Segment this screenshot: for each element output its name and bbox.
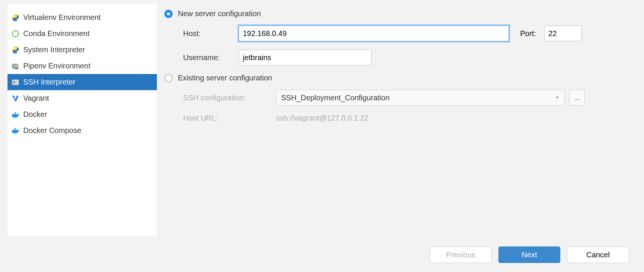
sidebar-item-label: Vagrant — [23, 94, 49, 103]
host-row: Host: Port: — [164, 26, 629, 41]
host-url-label: Host URL: — [183, 114, 276, 122]
ssh-config-dropdown[interactable]: SSH_Deployment_Configuration ▼ — [276, 90, 564, 106]
radio-existing-server[interactable] — [164, 74, 173, 82]
host-input[interactable] — [239, 26, 509, 41]
sidebar-item-vagrant[interactable]: Vagrant — [8, 90, 157, 106]
ssh-config-value: SSH_Deployment_Configuration — [281, 94, 390, 102]
svg-rect-3 — [12, 79, 19, 85]
conda-icon — [11, 30, 20, 38]
username-row: Username: — [164, 50, 629, 65]
sidebar-item-ssh[interactable]: SSH Interpreter — [8, 74, 157, 90]
ssh-config-label: SSH configuration: — [183, 94, 276, 102]
ssh-config-row: SSH configuration: SSH_Deployment_Config… — [164, 90, 629, 106]
host-url-value: ssh://vagrant@127.0.0.1:22 — [276, 114, 369, 122]
previous-button[interactable]: Previous — [430, 246, 492, 263]
username-input[interactable] — [239, 50, 372, 65]
python-icon — [11, 14, 20, 22]
radio-new-server[interactable] — [164, 10, 173, 18]
cancel-button[interactable]: Cancel — [567, 246, 629, 263]
sidebar-item-system[interactable]: System Interpreter — [8, 42, 157, 58]
docker-compose-icon — [11, 127, 20, 135]
new-server-radio-row[interactable]: New server configuration — [164, 9, 629, 18]
sidebar-item-label: Conda Environment — [23, 29, 90, 38]
svg-point-0 — [12, 30, 19, 37]
footer: Previous Next Cancel — [0, 240, 644, 272]
host-label: Host: — [183, 29, 239, 38]
sidebar-item-conda[interactable]: Conda Environment — [8, 26, 157, 42]
sidebar: Virtualenv Environment Conda Environment… — [8, 4, 157, 236]
new-server-label: New server configuration — [178, 9, 261, 18]
svg-rect-10 — [14, 128, 16, 129]
ssh-icon — [11, 78, 20, 86]
ssh-config-browse-button[interactable]: ... — [569, 90, 585, 106]
sidebar-item-label: Docker Compose — [23, 126, 81, 135]
pipenv-icon — [11, 62, 20, 70]
content-panel: New server configuration Host: Port: Use… — [157, 0, 644, 240]
sidebar-item-pipenv[interactable]: Pipenv Environment — [8, 58, 157, 74]
port-input[interactable] — [544, 26, 582, 41]
port-label: Port: — [520, 29, 536, 38]
existing-server-label: Existing server configuration — [178, 74, 272, 82]
sidebar-item-docker[interactable]: Docker — [8, 106, 157, 122]
sidebar-item-label: SSH Interpreter — [23, 78, 75, 86]
sidebar-item-label: Pipenv Environment — [23, 62, 90, 70]
sidebar-item-virtualenv[interactable]: Virtualenv Environment — [8, 9, 157, 26]
next-button[interactable]: Next — [498, 246, 560, 263]
docker-icon — [11, 110, 20, 119]
sidebar-item-label: Docker — [23, 110, 47, 119]
existing-server-radio-row[interactable]: Existing server configuration — [164, 74, 629, 82]
vagrant-icon — [11, 94, 20, 103]
username-label: Username: — [183, 53, 239, 62]
chevron-down-icon: ▼ — [555, 95, 560, 100]
sidebar-item-label: System Interpreter — [23, 45, 85, 54]
python-icon — [11, 46, 20, 54]
svg-rect-6 — [15, 112, 16, 113]
sidebar-item-docker-compose[interactable]: Docker Compose — [8, 122, 157, 139]
sidebar-item-label: Virtualenv Environment — [23, 13, 101, 22]
host-url-row: Host URL: ssh://vagrant@127.0.0.1:22 — [164, 114, 629, 122]
